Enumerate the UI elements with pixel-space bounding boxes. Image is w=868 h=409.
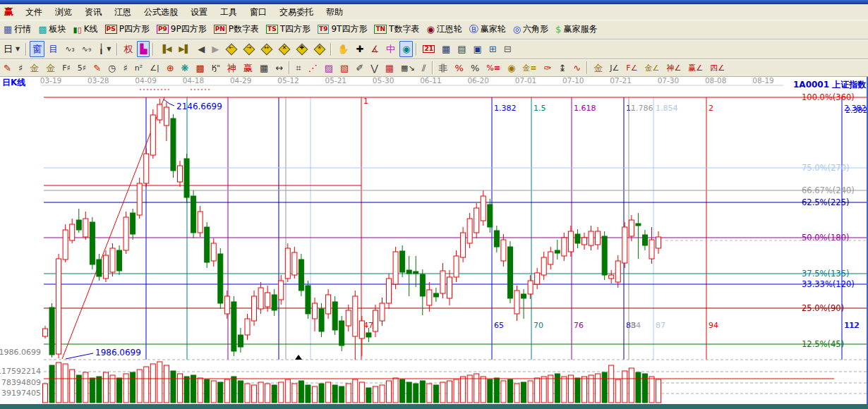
tool-diamond-plus[interactable]: ✚ [294, 41, 310, 57]
tool-brush[interactable]: ✎ [1, 60, 14, 76]
tool-angle-mirror[interactable]: ∠| [147, 60, 162, 76]
tool-save-tool[interactable]: ▣ [471, 41, 485, 57]
tool-diamond-star[interactable]: ✳ [311, 41, 327, 57]
tool-fan-box-1[interactable]: ▨ [322, 60, 336, 76]
tool-j-angle[interactable]: J∠ [607, 60, 622, 76]
tool-win-mark[interactable]: 赢 [241, 60, 255, 76]
tool-first-screen[interactable]: ▐◀ [157, 41, 174, 57]
toolbar-button-gann-wheel[interactable]: ◉江恩轮 [423, 21, 464, 37]
tool-crosshair-tool[interactable]: ✚ [354, 41, 367, 57]
volume-bar [596, 374, 601, 403]
tool-calculator-tool[interactable]: ▦ [439, 41, 453, 57]
tool-f-grid[interactable]: F♯ [59, 60, 73, 76]
toolbar-button-9t-square[interactable]: T99T四方形 [315, 21, 370, 37]
tool-diamond-h[interactable]: ↔ [258, 41, 275, 57]
menu-item-browse[interactable]: 浏览 [49, 5, 78, 20]
tool-grid-arrow[interactable]: ▦↘ [398, 60, 418, 76]
tool-f-angle[interactable]: F∠ [623, 60, 640, 76]
menu-item-help[interactable]: 帮助 [320, 5, 349, 20]
tool-shen-mark[interactable]: 神 [224, 60, 239, 76]
menu-item-settings[interactable]: 设置 [184, 5, 214, 20]
tool-diamond-left[interactable]: ← [223, 41, 239, 57]
tool-diamond-x[interactable]: ✕ [276, 41, 292, 57]
tool-network-tool[interactable]: ⊞ [486, 41, 500, 57]
tool-scale-tool[interactable]: 非 [436, 60, 451, 76]
toolbar-button-t-square[interactable]: TST四方形 [263, 21, 313, 37]
tool-notepad-tool[interactable]: ▤ [454, 41, 469, 57]
menu-item-trade-entrust[interactable]: 交易委托 [273, 5, 320, 20]
menu-item-tools[interactable]: 工具 [214, 5, 243, 20]
toolbar-button-hexagon[interactable]: ◎六角形 [510, 21, 551, 37]
menu-item-formula-stock-pick[interactable]: 公式选股 [138, 5, 184, 20]
tool-percent-lines[interactable]: %≡ [483, 60, 503, 76]
tool-window-overlay[interactable]: 窗 [30, 41, 44, 57]
menu-item-news[interactable]: 资讯 [78, 5, 108, 20]
tool-prev-screen[interactable]: ◀ [195, 41, 207, 57]
toolbar-button-winner-service[interactable]: $赢家服务 [553, 21, 600, 37]
menu-item-file[interactable]: 文件 [19, 5, 49, 20]
tool-si-angle[interactable]: 四∠ [707, 60, 728, 76]
tool-calendar-tool[interactable]: 21 [420, 41, 438, 57]
tool-fence-2[interactable]: ♯ [120, 60, 130, 76]
tool-pen-flag[interactable]: ✑ [541, 60, 554, 76]
tool-box-tool[interactable]: ⌗ [293, 60, 303, 76]
tool-grid-dense[interactable]: ▦ [382, 60, 397, 76]
tool-gold-circle[interactable]: ◉ [505, 60, 518, 76]
tool-circle-target[interactable]: ⊕ [164, 60, 177, 76]
tool-diamond-right[interactable]: → [241, 41, 257, 57]
quote-icon: ▦ [4, 25, 12, 34]
toolbar-button-p-number-table[interactable]: PNP数字表 [211, 21, 262, 37]
toolbar-button-quote[interactable]: ▦行情 [1, 21, 34, 37]
tool-printer-tool[interactable]: ⊟ [501, 41, 514, 57]
tool-gold-grid-1[interactable]: 金 [27, 60, 42, 76]
tool-gold-lines[interactable]: 金≡ [519, 60, 539, 76]
tool-wave-3[interactable]: ∿₃ [62, 41, 78, 57]
tool-pencil-lines[interactable]: ✐ [353, 60, 366, 76]
tool-k-mark[interactable]: Ӄ" [209, 60, 223, 76]
tool-ex-rights[interactable]: 权 [121, 41, 135, 57]
tool-period-day[interactable]: 日▼ [1, 41, 23, 57]
tool-candle-style[interactable]: ╽▼ [95, 41, 114, 57]
toolbar-button-winner-wheel[interactable]: Ⓑ赢家轮 [466, 21, 509, 37]
toolbar-button-kline[interactable]: ▮▯K线 [71, 21, 101, 37]
tool-wave-9[interactable]: ∿₉ [79, 41, 95, 57]
tool-next-screen[interactable]: ▶ [209, 41, 222, 57]
tool-last-screen[interactable]: ▶▌ [176, 41, 193, 57]
tool-win-angle[interactable]: 赢∠ [685, 60, 706, 76]
toolbar-button-t-number-table[interactable]: TNT数字表 [371, 21, 422, 37]
tool-n-square[interactable]: n² [132, 60, 145, 76]
tool-updown-gold[interactable]: ↨ [555, 60, 569, 76]
tool-fan-box-2[interactable]: ▧ [337, 60, 351, 76]
tool-gold-angle[interactable]: 金∠ [642, 60, 663, 76]
tool-star-flower[interactable]: ❋ [179, 60, 192, 76]
toolbar-button-p-square[interactable]: PSP四方形 [102, 21, 152, 37]
tool-center-flower-tool[interactable]: 中 [383, 41, 398, 57]
tool-shen-angle[interactable]: 神∠ [663, 60, 684, 76]
tool-percent[interactable]: % [468, 60, 482, 76]
tool-volume-panel[interactable]: ▙ [137, 41, 150, 57]
tool-grid-fence[interactable]: ♯ [16, 60, 25, 76]
tool-span-arrows[interactable]: ↔ [272, 60, 286, 76]
tool-check-lines[interactable]: ⋁ [368, 60, 381, 76]
tool-gold-wave[interactable]: ∿ [570, 60, 584, 76]
candlestick [636, 224, 641, 226]
menu-item-gann[interactable]: 江恩 [108, 5, 138, 20]
tool-ruler-123[interactable]: ▦ [257, 60, 271, 76]
tool-gold-grid-2[interactable]: 金 [43, 60, 58, 76]
tool-clock-circle[interactable]: ◷ [105, 60, 119, 76]
tool-brain-tool[interactable]: ◉ [399, 41, 413, 57]
tool-gold-underline[interactable]: 金 [591, 60, 605, 76]
toolbar-button-9p-square[interactable]: P99P四方形 [154, 21, 210, 37]
menu-item-window[interactable]: 窗口 [243, 5, 273, 20]
tool-slash-lines[interactable]: ⫽ [419, 60, 429, 76]
tool-hand-tool[interactable]: ✋ [334, 41, 351, 57]
tool-percent-red[interactable]: % [452, 60, 466, 76]
tool-angle-tool[interactable]: ∡ [368, 41, 382, 57]
tool-red-fan[interactable]: ⋰ [306, 60, 320, 76]
toolbar-button-sectors[interactable]: ▩板块 [35, 21, 68, 37]
tool-square-flower[interactable]: ▩ [193, 60, 207, 76]
tool-five-grid[interactable]: 5♯ [75, 60, 89, 76]
tool-red-brush[interactable]: ✎ [90, 60, 104, 76]
tool-info-view[interactable]: 目 [46, 41, 61, 57]
candlestick [150, 115, 155, 155]
